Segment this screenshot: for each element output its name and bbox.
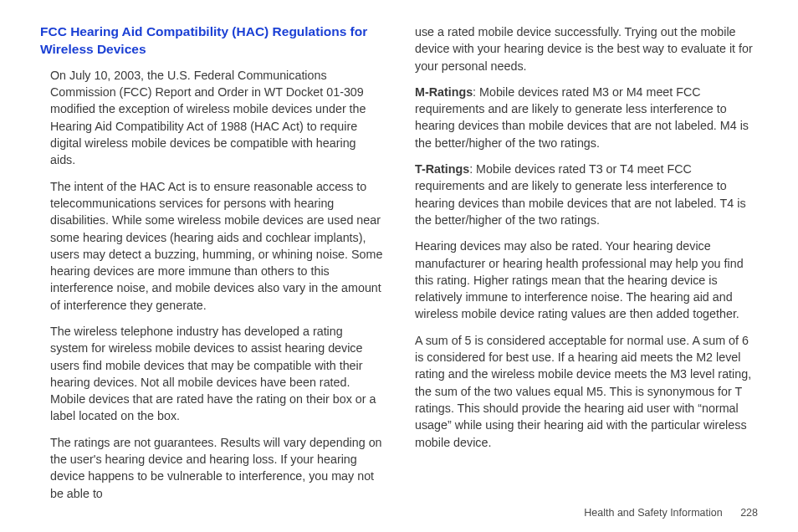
paragraph: A sum of 5 is considered acceptable for …: [415, 332, 758, 451]
footer-section-name: Health and Safety Information: [584, 507, 722, 519]
paragraph: T-Ratings: Mobile devices rated T3 or T4…: [415, 161, 758, 228]
page-footer: Health and Safety Information 228: [584, 507, 758, 519]
paragraph: The wireless telephone industry has deve…: [40, 323, 383, 425]
section-heading: FCC Hearing Aid Compatibility (HAC) Regu…: [40, 23, 383, 59]
paragraph: The ratings are not guarantees. Results …: [40, 434, 383, 502]
page-number: 228: [740, 507, 758, 519]
paragraph: Hearing devices may also be rated. Your …: [415, 238, 758, 322]
rating-label: T-Ratings: [415, 162, 469, 176]
right-column: use a rated mobile device successfully. …: [415, 23, 758, 492]
paragraph: M-Ratings: Mobile devices rated M3 or M4…: [415, 84, 758, 151]
paragraph: On July 10, 2003, the U.S. Federal Commu…: [40, 67, 383, 169]
page-content: FCC Hearing Aid Compatibility (HAC) Regu…: [40, 23, 758, 492]
paragraph: use a rated mobile device successfully. …: [415, 23, 758, 74]
left-column: FCC Hearing Aid Compatibility (HAC) Regu…: [40, 23, 383, 492]
paragraph: The intent of the HAC Act is to ensure r…: [40, 178, 383, 314]
rating-label: M-Ratings: [415, 85, 473, 99]
